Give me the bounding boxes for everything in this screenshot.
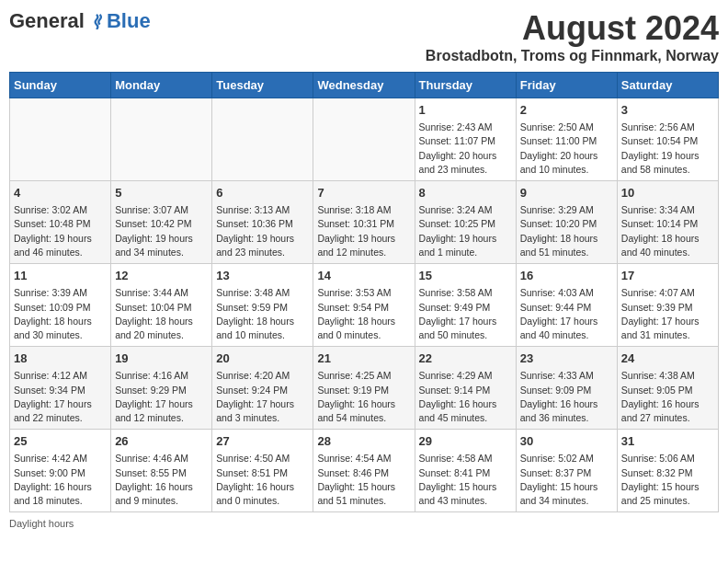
day-number: 21 <box>317 350 410 367</box>
day-info: Sunrise: 4:20 AM Sunset: 9:24 PM Dayligh… <box>216 369 309 425</box>
day-number: 19 <box>115 350 208 367</box>
day-number: 3 <box>621 102 714 119</box>
calendar-cell: 13Sunrise: 3:48 AM Sunset: 9:59 PM Dayli… <box>212 264 313 347</box>
day-number: 30 <box>520 433 613 450</box>
calendar-cell <box>10 98 111 181</box>
calendar-cell: 6Sunrise: 3:13 AM Sunset: 10:36 PM Dayli… <box>212 181 313 264</box>
calendar-header-wednesday: Wednesday <box>313 73 415 98</box>
day-number: 13 <box>216 268 309 284</box>
calendar-cell: 5Sunrise: 3:07 AM Sunset: 10:42 PM Dayli… <box>111 181 212 264</box>
calendar-cell: 22Sunrise: 4:29 AM Sunset: 9:14 PM Dayli… <box>415 347 516 430</box>
calendar-week-row: 11Sunrise: 3:39 AM Sunset: 10:09 PM Dayl… <box>10 264 719 347</box>
calendar-cell <box>111 98 212 181</box>
day-number: 26 <box>115 433 208 450</box>
calendar-cell: 4Sunrise: 3:02 AM Sunset: 10:48 PM Dayli… <box>10 181 111 264</box>
main-title: August 2024 <box>426 9 719 48</box>
calendar-cell: 27Sunrise: 4:50 AM Sunset: 8:51 PM Dayli… <box>212 430 313 512</box>
calendar-cell: 7Sunrise: 3:18 AM Sunset: 10:31 PM Dayli… <box>313 181 415 264</box>
day-info: Sunrise: 4:16 AM Sunset: 9:29 PM Dayligh… <box>115 369 208 425</box>
calendar-cell: 19Sunrise: 4:16 AM Sunset: 9:29 PM Dayli… <box>111 347 212 430</box>
day-number: 27 <box>216 433 309 450</box>
day-info: Sunrise: 3:29 AM Sunset: 10:20 PM Daylig… <box>520 203 613 259</box>
day-number: 14 <box>317 268 410 284</box>
calendar-cell: 11Sunrise: 3:39 AM Sunset: 10:09 PM Dayl… <box>10 264 111 347</box>
logo-general-text: General <box>9 9 85 33</box>
day-number: 2 <box>520 102 613 119</box>
calendar-cell: 3Sunrise: 2:56 AM Sunset: 10:54 PM Dayli… <box>617 98 718 181</box>
calendar-cell <box>313 98 415 181</box>
calendar-cell: 8Sunrise: 3:24 AM Sunset: 10:25 PM Dayli… <box>415 181 516 264</box>
calendar-cell: 24Sunrise: 4:38 AM Sunset: 9:05 PM Dayli… <box>617 347 718 430</box>
day-number: 8 <box>419 185 512 201</box>
day-info: Sunrise: 3:07 AM Sunset: 10:42 PM Daylig… <box>115 203 208 259</box>
day-number: 11 <box>14 268 107 284</box>
logo-wave-icon <box>88 13 105 29</box>
day-number: 7 <box>317 185 410 201</box>
day-number: 31 <box>621 433 714 450</box>
calendar-week-row: 1Sunrise: 2:43 AM Sunset: 11:07 PM Dayli… <box>10 98 719 181</box>
day-number: 12 <box>115 268 208 284</box>
calendar-cell: 17Sunrise: 4:07 AM Sunset: 9:39 PM Dayli… <box>617 264 718 347</box>
calendar-cell: 25Sunrise: 4:42 AM Sunset: 9:00 PM Dayli… <box>10 430 111 512</box>
day-number: 28 <box>317 433 410 450</box>
day-number: 25 <box>14 433 107 450</box>
calendar-week-row: 18Sunrise: 4:12 AM Sunset: 9:34 PM Dayli… <box>10 347 719 430</box>
logo-area: General Blue <box>9 9 151 33</box>
day-number: 6 <box>216 185 309 201</box>
calendar-cell: 9Sunrise: 3:29 AM Sunset: 10:20 PM Dayli… <box>516 181 617 264</box>
day-number: 22 <box>419 350 512 367</box>
day-info: Sunrise: 4:29 AM Sunset: 9:14 PM Dayligh… <box>419 369 512 425</box>
calendar-week-row: 25Sunrise: 4:42 AM Sunset: 9:00 PM Dayli… <box>10 430 719 512</box>
calendar-cell: 28Sunrise: 4:54 AM Sunset: 8:46 PM Dayli… <box>313 430 415 512</box>
day-number: 15 <box>419 268 512 284</box>
day-number: 4 <box>14 185 107 201</box>
day-info: Sunrise: 4:42 AM Sunset: 9:00 PM Dayligh… <box>14 452 107 508</box>
day-info: Sunrise: 4:07 AM Sunset: 9:39 PM Dayligh… <box>621 286 714 342</box>
page-header: General Blue August 2024 Brostadbotn, Tr… <box>9 9 719 64</box>
day-info: Sunrise: 4:12 AM Sunset: 9:34 PM Dayligh… <box>14 369 107 425</box>
day-info: Sunrise: 4:50 AM Sunset: 8:51 PM Dayligh… <box>216 452 309 508</box>
day-info: Sunrise: 4:38 AM Sunset: 9:05 PM Dayligh… <box>621 369 714 425</box>
day-number: 16 <box>520 268 613 284</box>
calendar-cell: 26Sunrise: 4:46 AM Sunset: 8:55 PM Dayli… <box>111 430 212 512</box>
calendar-cell: 10Sunrise: 3:34 AM Sunset: 10:14 PM Dayl… <box>617 181 718 264</box>
calendar-header-saturday: Saturday <box>617 73 718 98</box>
day-info: Sunrise: 2:50 AM Sunset: 11:00 PM Daylig… <box>520 121 613 177</box>
day-info: Sunrise: 4:25 AM Sunset: 9:19 PM Dayligh… <box>317 369 410 425</box>
title-area: August 2024 Brostadbotn, Troms og Finnma… <box>426 9 719 64</box>
day-info: Sunrise: 4:33 AM Sunset: 9:09 PM Dayligh… <box>520 369 613 425</box>
calendar-week-row: 4Sunrise: 3:02 AM Sunset: 10:48 PM Dayli… <box>10 181 719 264</box>
calendar-cell: 23Sunrise: 4:33 AM Sunset: 9:09 PM Dayli… <box>516 347 617 430</box>
day-info: Sunrise: 2:43 AM Sunset: 11:07 PM Daylig… <box>419 121 512 177</box>
calendar-cell: 20Sunrise: 4:20 AM Sunset: 9:24 PM Dayli… <box>212 347 313 430</box>
day-number: 24 <box>621 350 714 367</box>
day-info: Sunrise: 4:03 AM Sunset: 9:44 PM Dayligh… <box>520 286 613 342</box>
day-info: Sunrise: 4:46 AM Sunset: 8:55 PM Dayligh… <box>115 452 208 508</box>
calendar-cell: 14Sunrise: 3:53 AM Sunset: 9:54 PM Dayli… <box>313 264 415 347</box>
calendar-cell: 21Sunrise: 4:25 AM Sunset: 9:19 PM Dayli… <box>313 347 415 430</box>
day-info: Sunrise: 3:53 AM Sunset: 9:54 PM Dayligh… <box>317 286 410 342</box>
day-info: Sunrise: 2:56 AM Sunset: 10:54 PM Daylig… <box>621 121 714 177</box>
day-info: Sunrise: 3:39 AM Sunset: 10:09 PM Daylig… <box>14 286 107 342</box>
calendar-cell: 31Sunrise: 5:06 AM Sunset: 8:32 PM Dayli… <box>617 430 718 512</box>
day-number: 1 <box>419 102 512 119</box>
calendar-header-thursday: Thursday <box>415 73 516 98</box>
day-number: 20 <box>216 350 309 367</box>
calendar-cell <box>212 98 313 181</box>
day-info: Sunrise: 3:58 AM Sunset: 9:49 PM Dayligh… <box>419 286 512 342</box>
day-number: 17 <box>621 268 714 284</box>
day-info: Sunrise: 3:18 AM Sunset: 10:31 PM Daylig… <box>317 203 410 259</box>
calendar-cell: 16Sunrise: 4:03 AM Sunset: 9:44 PM Dayli… <box>516 264 617 347</box>
day-info: Sunrise: 3:02 AM Sunset: 10:48 PM Daylig… <box>14 203 107 259</box>
day-number: 23 <box>520 350 613 367</box>
subtitle: Brostadbotn, Troms og Finnmark, Norway <box>426 48 719 64</box>
day-number: 18 <box>14 350 107 367</box>
calendar-cell: 29Sunrise: 4:58 AM Sunset: 8:41 PM Dayli… <box>415 430 516 512</box>
calendar-header-row: SundayMondayTuesdayWednesdayThursdayFrid… <box>10 73 719 98</box>
logo-blue-text: Blue <box>107 9 151 33</box>
day-info: Sunrise: 3:13 AM Sunset: 10:36 PM Daylig… <box>216 203 309 259</box>
calendar-cell: 15Sunrise: 3:58 AM Sunset: 9:49 PM Dayli… <box>415 264 516 347</box>
day-info: Sunrise: 4:58 AM Sunset: 8:41 PM Dayligh… <box>419 452 512 508</box>
day-number: 5 <box>115 185 208 201</box>
day-info: Sunrise: 5:02 AM Sunset: 8:37 PM Dayligh… <box>520 452 613 508</box>
